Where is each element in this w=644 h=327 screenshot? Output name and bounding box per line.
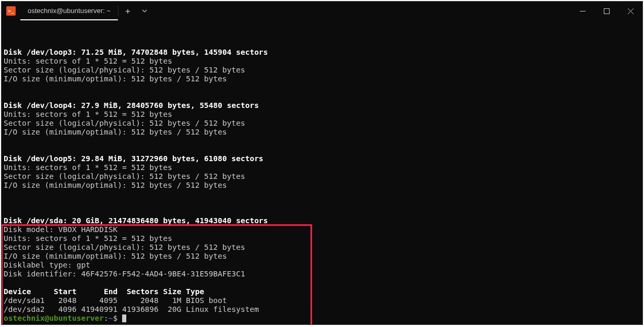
disk-line: Units: sectors of 1 * 512 = 512 bytes <box>4 234 172 243</box>
disk-line: Sector size (logical/physical): 512 byte… <box>4 243 245 251</box>
tab-app-icon: >_ <box>2 2 20 20</box>
blank-line <box>4 146 8 154</box>
disk-line: I/O size (minimum/optimal): 512 bytes / … <box>4 181 227 189</box>
scrollbar[interactable] <box>636 20 642 324</box>
blank-line <box>4 92 8 101</box>
ubuntu-icon: >_ <box>6 6 16 16</box>
partition-row: /dev/sda1 2048 4095 2048 1M BIOS boot <box>4 296 227 305</box>
terminal-window: >_ ostechnix@ubuntuserver: ~ + Disk /dev… <box>1 1 643 325</box>
disk-line: Units: sectors of 1 * 512 = 512 bytes <box>4 163 172 172</box>
tab-dropdown-button[interactable] <box>137 2 152 20</box>
blank-line <box>4 83 8 92</box>
prompt-dollar: $ <box>113 314 122 322</box>
titlebar-drag-area[interactable] <box>152 2 570 20</box>
prompt-user: ostechnix@ubuntuserver <box>4 314 104 322</box>
tab-title: ostechnix@ubuntuserver: ~ <box>28 7 111 15</box>
disk-header: Disk /dev/loop4: 27.9 MiB, 28405760 byte… <box>4 101 259 110</box>
disk-line: Units: sectors of 1 * 512 = 512 bytes <box>4 57 172 65</box>
disk-line: Disklabel type: gpt <box>4 261 90 269</box>
blank-line <box>4 137 8 145</box>
prompt-path: ~ <box>109 314 113 322</box>
partition-row: /dev/sda2 4096 41940991 41936896 20G Lin… <box>4 305 259 313</box>
blank-line <box>4 39 8 47</box>
maximize-button[interactable] <box>594 2 618 20</box>
terminal-body[interactable]: Disk /dev/loop3: 71.25 MiB, 74702848 byt… <box>2 20 642 324</box>
disk-line: I/O size (minimum/optimal): 512 bytes / … <box>4 128 227 136</box>
disk-header: Disk /dev/loop5: 29.84 MiB, 31272960 byt… <box>4 154 264 163</box>
blank-line <box>4 30 8 39</box>
cursor <box>122 314 126 322</box>
terminal-tab[interactable]: ostechnix@ubuntuserver: ~ <box>20 2 118 20</box>
disk-line: Sector size (logical/physical): 512 byte… <box>4 66 245 74</box>
blank-line <box>4 208 8 216</box>
blank-line <box>4 199 8 207</box>
disk-line: Disk model: VBOX HARDDISK <box>4 225 117 234</box>
disk-line: Units: sectors of 1 * 512 = 512 bytes <box>4 110 172 118</box>
minimize-button[interactable] <box>570 2 594 20</box>
prompt-line: ostechnix@ubuntuserver:~$ <box>4 314 126 322</box>
partition-table-header: Device Start End Sectors Size Type <box>4 287 204 296</box>
prompt-colon: : <box>104 314 109 322</box>
new-tab-button[interactable]: + <box>118 2 137 20</box>
disk-header: Disk /dev/loop3: 71.25 MiB, 74702848 byt… <box>4 48 268 56</box>
disk-line: Sector size (logical/physical): 512 byte… <box>4 119 245 127</box>
svg-rect-0 <box>604 8 609 14</box>
disk-line: Disk identifier: 46F42576-F542-4AD4-9BE4… <box>4 270 245 278</box>
disk-line: I/O size (minimum/optimal): 512 bytes / … <box>4 252 227 260</box>
close-button[interactable] <box>618 2 642 20</box>
disk-header: Disk /dev/sda: 20 GiB, 21474836480 bytes… <box>4 216 268 225</box>
blank-line <box>4 190 8 198</box>
titlebar: >_ ostechnix@ubuntuserver: ~ + <box>2 2 642 20</box>
disk-line: I/O size (minimum/optimal): 512 bytes / … <box>4 75 227 83</box>
blank-line <box>4 278 8 287</box>
disk-line: Sector size (logical/physical): 512 byte… <box>4 172 245 180</box>
